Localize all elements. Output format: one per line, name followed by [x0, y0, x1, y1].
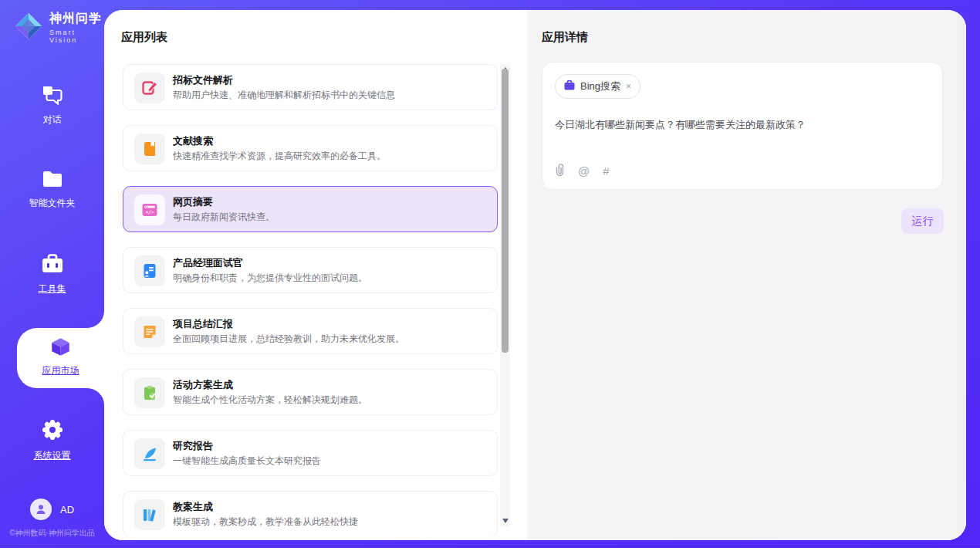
- svg-text:</>: </>: [145, 209, 154, 215]
- app-desc: 帮助用户快速、准确地理解和解析招标书中的关键信息: [173, 89, 395, 102]
- cube-icon: [50, 346, 71, 360]
- app-card-web-summary[interactable]: </> 网页摘要 每日政府新闻资讯快查。: [123, 186, 498, 232]
- mention-icon[interactable]: @: [578, 164, 590, 177]
- app-title: 研究报告: [173, 439, 213, 453]
- clipboard-check-icon: [134, 377, 165, 408]
- app-title: 活动方案生成: [173, 378, 233, 392]
- composer-toolbar: @ #: [555, 163, 610, 179]
- app-list-title: 应用列表: [121, 30, 167, 45]
- sidebar-item-label: 智能文件夹: [0, 197, 104, 210]
- sidebar-item-smart-folder[interactable]: 智能文件夹: [0, 170, 104, 210]
- toolbox-icon: [41, 263, 64, 276]
- sidebar-item-toolset[interactable]: 工具集: [0, 253, 104, 296]
- interview-doc-icon: [134, 255, 165, 286]
- scroll-down-icon[interactable]: [502, 519, 509, 523]
- app-card-tender-parse[interactable]: 招标文件解析 帮助用户快速、准确地理解和解析招标书中的关键信息: [123, 64, 498, 110]
- sidebar-item-label: 应用市场: [17, 364, 104, 377]
- app-window: 神州问学 Smart Vision 对话 智能文件夹: [0, 0, 980, 551]
- book-icon: [134, 134, 165, 164]
- hash-icon[interactable]: #: [603, 164, 609, 177]
- app-title: 文献搜索: [173, 134, 213, 148]
- app-card-pm-interviewer[interactable]: 产品经理面试官 明确身份和职责，为您提供专业性的面试问题。: [123, 247, 498, 293]
- app-desc: 一键智能生成高质量长文本研究报告: [173, 455, 321, 468]
- attachment-icon[interactable]: [555, 163, 565, 179]
- app-title: 产品经理面试官: [173, 256, 243, 270]
- chat-icon: [42, 94, 63, 107]
- report-note-icon: [134, 316, 165, 347]
- edit-document-icon: [134, 73, 165, 103]
- app-desc: 模板驱动，教案秒成，教学准备从此轻松快捷: [173, 516, 358, 529]
- browser-code-icon: </>: [134, 194, 165, 225]
- tool-chip-label: Bing搜索: [580, 79, 620, 93]
- sidebar-item-label: 工具集: [0, 282, 104, 296]
- app-detail-section: 应用详情 Bing搜索 × 今日湖北有哪些新闻要点？有哪些需要关注的最新政策？: [527, 10, 966, 540]
- research-pen-icon: [134, 438, 165, 469]
- sidebar-item-chat[interactable]: 对话: [0, 85, 104, 127]
- app-card-project-summary[interactable]: 项目总结汇报 全面回顾项目进展，总结经验教训，助力未来优化发展。: [123, 308, 498, 354]
- app-list-scrollbar[interactable]: [500, 64, 510, 526]
- gear-icon: [42, 430, 63, 443]
- scrollbar-thumb[interactable]: [502, 69, 509, 353]
- copyright-text: ©神州数码·神州问学出品: [0, 528, 104, 539]
- app-desc: 全面回顾项目进展，总结经验教训，助力未来优化发展。: [173, 333, 404, 346]
- detail-scrollbar-track[interactable]: [957, 10, 966, 540]
- app-title: 网页摘要: [173, 195, 213, 209]
- app-list-section: 应用列表 招标文件解析 帮助用户快速、准确地理解和解析招标书中的关键信息: [104, 10, 527, 540]
- app-desc: 智能生成个性化活动方案，轻松解决规划难题。: [173, 394, 367, 407]
- app-title: 教案生成: [173, 500, 213, 514]
- user-icon: [35, 503, 47, 516]
- user-name: AD: [60, 504, 74, 516]
- app-card-literature-search[interactable]: 文献搜索 快速精准查找学术资源，提高研究效率的必备工具。: [123, 125, 498, 171]
- app-desc: 明确身份和职责，为您提供专业性的面试问题。: [173, 272, 367, 285]
- sidebar-item-label: 对话: [0, 113, 104, 127]
- sidebar-item-settings[interactable]: 系统设置: [0, 419, 104, 462]
- app-card-event-plan[interactable]: 活动方案生成 智能生成个性化活动方案，轻松解决规划难题。: [123, 369, 498, 415]
- tool-chip-bing-search[interactable]: Bing搜索 ×: [555, 74, 640, 99]
- folder-icon: [42, 177, 63, 191]
- close-icon[interactable]: ×: [626, 81, 631, 92]
- query-text[interactable]: 今日湖北有哪些新闻要点？有哪些需要关注的最新政策？: [555, 117, 925, 133]
- app-card-research-report[interactable]: 研究报告 一键智能生成高质量长文本研究报告: [123, 430, 498, 476]
- avatar: [30, 499, 52, 520]
- sidebar: 神州问学 Smart Vision 对话 智能文件夹: [0, 0, 104, 551]
- books-icon: [134, 499, 165, 530]
- app-desc: 每日政府新闻资讯快查。: [173, 211, 275, 224]
- run-button[interactable]: 运行: [901, 208, 944, 234]
- app-title: 项目总结汇报: [173, 317, 233, 331]
- sidebar-item-app-market[interactable]: 应用市场: [17, 328, 104, 388]
- app-detail-title: 应用详情: [542, 30, 588, 45]
- app-title: 招标文件解析: [173, 73, 233, 87]
- brand-name: 神州问学: [49, 12, 102, 25]
- sidebar-item-label: 系统设置: [0, 449, 104, 462]
- prompt-input[interactable]: Bing搜索 × 今日湖北有哪些新闻要点？有哪些需要关注的最新政策？ @ #: [542, 62, 943, 190]
- app-card-lesson-plan[interactable]: 教案生成 模板驱动，教案秒成，教学准备从此轻松快捷: [123, 491, 498, 536]
- app-desc: 快速精准查找学术资源，提高研究效率的必备工具。: [173, 150, 386, 163]
- user-account[interactable]: AD: [0, 499, 104, 520]
- brand-diamond-icon: [14, 12, 43, 44]
- bottom-edge-strip: [0, 548, 980, 551]
- logo: 神州问学 Smart Vision: [14, 11, 104, 44]
- content-panel: 应用列表 招标文件解析 帮助用户快速、准确地理解和解析招标书中的关键信息: [104, 10, 966, 540]
- app-list: 招标文件解析 帮助用户快速、准确地理解和解析招标书中的关键信息 文献搜索 快速精…: [123, 64, 499, 536]
- brand-subtitle: Smart Vision: [49, 29, 104, 44]
- briefcase-icon: [564, 79, 575, 93]
